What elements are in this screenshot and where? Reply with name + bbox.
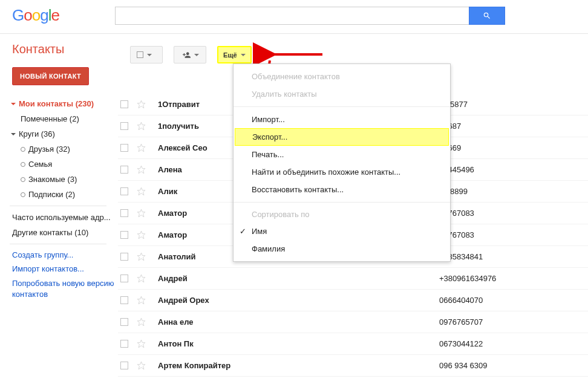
- svg-marker-1: [137, 122, 145, 130]
- header: Google: [0, 0, 588, 34]
- nav-frequent[interactable]: Часто используемые адр...: [12, 210, 118, 225]
- nav-circle-item[interactable]: Семья: [21, 157, 118, 172]
- row-checkbox[interactable]: [120, 166, 128, 174]
- star-icon[interactable]: [137, 296, 146, 305]
- row-checkbox[interactable]: [120, 253, 128, 261]
- divider: [234, 202, 450, 203]
- star-icon[interactable]: [137, 100, 146, 109]
- dd-import[interactable]: Импорт...: [234, 111, 450, 128]
- caret-down-icon: [147, 54, 152, 56]
- contact-name: Антон Пк: [158, 339, 439, 348]
- star-icon[interactable]: [137, 122, 146, 131]
- search-input[interactable]: [115, 7, 469, 25]
- google-logo: Google: [12, 6, 59, 25]
- row-checkbox[interactable]: [120, 231, 128, 239]
- divider: [234, 106, 450, 107]
- nav-other[interactable]: Другие контакты (10): [12, 225, 118, 240]
- row-checkbox[interactable]: [120, 362, 128, 369]
- caret-down-icon: [241, 54, 246, 56]
- circle-icon: [21, 147, 25, 152]
- circle-icon: [21, 177, 25, 182]
- row-checkbox[interactable]: [120, 122, 128, 130]
- dd-export[interactable]: Экспорт...: [235, 128, 449, 146]
- contact-name: Андрей: [158, 274, 439, 283]
- dd-sort-label: Сортировать по: [234, 206, 450, 223]
- svg-marker-5: [137, 209, 145, 217]
- more-dropdown: Объединение контактов Удалить контакты И…: [233, 63, 451, 262]
- contact-name: Анна еле: [158, 317, 439, 327]
- row-checkbox[interactable]: [120, 296, 128, 304]
- nav-import[interactable]: Импорт контактов...: [12, 262, 118, 276]
- nav: Мои контакты (230) Помеченные (2) Круги …: [12, 96, 118, 302]
- row-checkbox[interactable]: [120, 100, 128, 108]
- divider: [10, 206, 106, 206]
- select-all-button[interactable]: [130, 46, 163, 63]
- star-icon[interactable]: [137, 165, 146, 174]
- star-icon[interactable]: [137, 274, 146, 283]
- contact-row[interactable]: Артем Копирайтер096 934 6309: [118, 355, 588, 377]
- star-icon[interactable]: [137, 230, 146, 239]
- circle-icon: [21, 162, 25, 167]
- contact-phone: +380961634976: [439, 274, 496, 283]
- svg-marker-0: [137, 100, 145, 108]
- contact-phone: 0666404070: [439, 296, 483, 305]
- svg-marker-7: [137, 253, 145, 261]
- svg-marker-3: [137, 166, 145, 174]
- svg-marker-10: [137, 318, 145, 326]
- star-icon[interactable]: [137, 317, 146, 327]
- row-checkbox[interactable]: [120, 340, 128, 348]
- svg-marker-9: [137, 296, 145, 304]
- row-checkbox[interactable]: [120, 187, 128, 195]
- dd-restore[interactable]: Восстановить контакты...: [234, 181, 450, 198]
- nav-circle-item[interactable]: Подписки (2): [21, 187, 118, 202]
- dd-first-name[interactable]: ✓Имя: [234, 223, 450, 240]
- dd-merge: Объединение контактов: [234, 68, 450, 85]
- nav-try-new[interactable]: Попробовать новую версию контактов: [12, 276, 118, 302]
- contact-row[interactable]: Андрей+380961634976: [118, 268, 588, 290]
- add-person-button[interactable]: [174, 46, 206, 63]
- search-button[interactable]: [469, 7, 505, 25]
- star-icon[interactable]: [137, 187, 146, 196]
- contact-phone: 0976765707: [439, 317, 483, 327]
- dd-print[interactable]: Печать...: [234, 146, 450, 163]
- checkbox-icon: [137, 51, 143, 58]
- star-icon[interactable]: [137, 209, 146, 218]
- svg-marker-12: [137, 362, 145, 369]
- nav-starred[interactable]: Помеченные (2): [21, 111, 118, 126]
- svg-marker-6: [137, 231, 145, 239]
- divider: [10, 244, 106, 244]
- search-form: [115, 7, 505, 25]
- nav-circle-item[interactable]: Друзья (32): [21, 141, 118, 157]
- contact-row[interactable]: Антон Пк0673044122: [118, 333, 588, 355]
- more-button[interactable]: Ещё: [217, 46, 252, 63]
- check-icon: ✓: [240, 227, 246, 236]
- contact-name: Артем Копирайтер: [158, 361, 439, 370]
- caret-down-icon: [194, 54, 199, 56]
- dd-find-merge[interactable]: Найти и объединить похожие контакты...: [234, 163, 450, 181]
- svg-marker-2: [137, 144, 145, 152]
- toolbar: Ещё: [130, 46, 252, 63]
- star-icon[interactable]: [137, 143, 146, 152]
- contact-name: Андрей Орех: [158, 296, 439, 305]
- star-icon[interactable]: [137, 252, 146, 261]
- star-icon[interactable]: [137, 361, 146, 370]
- nav-my-contacts[interactable]: Мои контакты (230): [12, 96, 118, 111]
- nav-create-group[interactable]: Создать группу...: [12, 248, 118, 262]
- contact-row[interactable]: Андрей Орех0666404070: [118, 290, 588, 311]
- row-checkbox[interactable]: [120, 144, 128, 152]
- nav-circle-item[interactable]: Знакомые (3): [21, 172, 118, 187]
- contact-row[interactable]: Анна еле0976765707: [118, 311, 588, 333]
- row-checkbox[interactable]: [120, 209, 128, 217]
- row-checkbox[interactable]: [120, 318, 128, 326]
- svg-marker-8: [137, 275, 145, 282]
- dd-delete: Удалить контакты: [234, 85, 450, 103]
- star-icon[interactable]: [137, 339, 146, 348]
- row-checkbox[interactable]: [120, 275, 128, 282]
- circle-icon: [21, 192, 25, 197]
- nav-circles[interactable]: Круги (36): [12, 126, 118, 141]
- more-label: Ещё: [223, 51, 237, 59]
- new-contact-button[interactable]: НОВЫЙ КОНТАКТ: [12, 67, 89, 85]
- svg-marker-4: [137, 187, 145, 195]
- add-person-icon: [181, 51, 192, 59]
- dd-last-name[interactable]: Фамилия: [234, 240, 450, 258]
